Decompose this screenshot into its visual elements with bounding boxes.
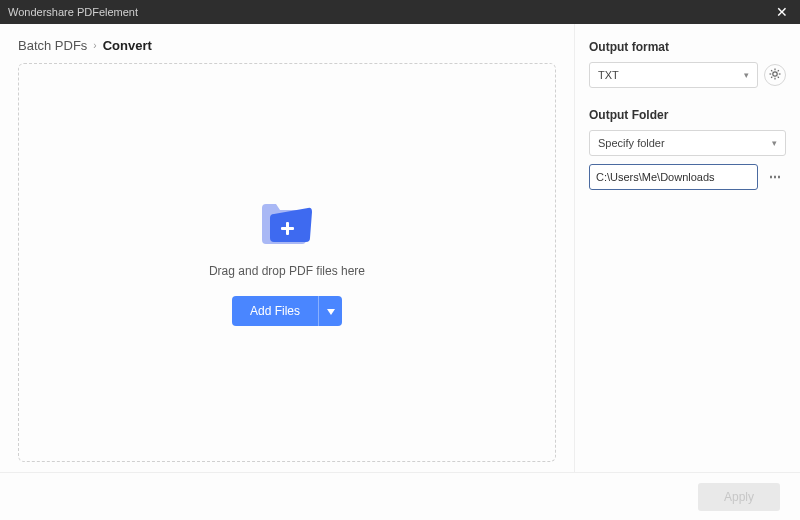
- chevron-down-icon: [327, 303, 335, 318]
- output-format-value: TXT: [598, 69, 619, 81]
- svg-rect-1: [281, 227, 294, 230]
- dropzone[interactable]: Drag and drop PDF files here Add Files: [18, 63, 556, 462]
- svg-line-7: [771, 70, 772, 71]
- chevron-right-icon: ›: [93, 40, 96, 51]
- add-files-group: Add Files: [232, 296, 342, 326]
- window-title: Wondershare PDFelement: [8, 6, 138, 18]
- add-folder-icon: [260, 200, 314, 246]
- apply-button[interactable]: Apply: [698, 483, 780, 511]
- svg-line-9: [771, 77, 772, 78]
- breadcrumb: Batch PDFs › Convert: [18, 38, 556, 53]
- breadcrumb-parent[interactable]: Batch PDFs: [18, 38, 87, 53]
- ellipsis-icon: ⋯: [769, 170, 782, 184]
- dropzone-hint: Drag and drop PDF files here: [209, 264, 365, 278]
- breadcrumb-current: Convert: [103, 38, 152, 53]
- svg-line-10: [778, 70, 779, 71]
- left-panel: Batch PDFs › Convert Drag and drop PDF f…: [0, 24, 574, 472]
- close-icon[interactable]: ✕: [772, 4, 792, 20]
- folder-mode-value: Specify folder: [598, 137, 665, 149]
- folder-mode-select[interactable]: Specify folder ▾: [589, 130, 786, 156]
- output-format-select[interactable]: TXT ▾: [589, 62, 758, 88]
- svg-point-2: [773, 72, 777, 76]
- titlebar: Wondershare PDFelement ✕: [0, 0, 800, 24]
- browse-folder-button[interactable]: ⋯: [764, 166, 786, 188]
- right-panel: Output format TXT ▾ Output Folder Specif…: [574, 24, 800, 472]
- output-folder-label: Output Folder: [589, 108, 786, 122]
- add-files-button[interactable]: Add Files: [232, 296, 318, 326]
- content-area: Batch PDFs › Convert Drag and drop PDF f…: [0, 24, 800, 472]
- format-settings-button[interactable]: [764, 64, 786, 86]
- footer: Apply: [0, 472, 800, 520]
- chevron-down-icon: ▾: [744, 70, 749, 80]
- chevron-down-icon: ▾: [772, 138, 777, 148]
- gear-icon: [769, 68, 781, 82]
- output-format-label: Output format: [589, 40, 786, 54]
- add-files-dropdown-button[interactable]: [318, 296, 342, 326]
- svg-line-8: [778, 77, 779, 78]
- folder-path-input[interactable]: [589, 164, 758, 190]
